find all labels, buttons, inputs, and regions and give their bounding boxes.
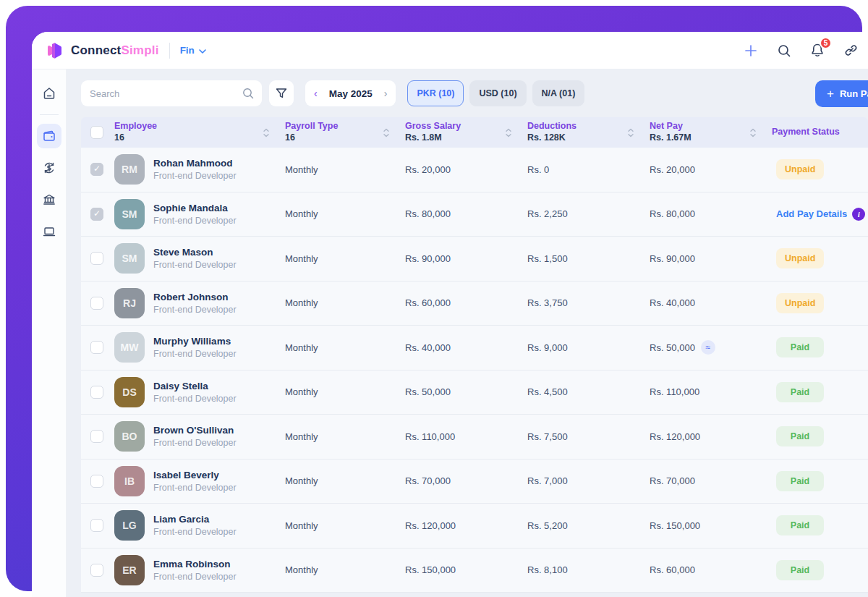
employee-name: Robert Johnson xyxy=(153,292,237,302)
row-checkbox[interactable] xyxy=(90,519,103,532)
employee-role: Front-end Developer xyxy=(153,305,237,315)
table-row[interactable]: SM Steve Mason Front-end Developer Month… xyxy=(81,237,868,281)
payroll-type-cell: Monthly xyxy=(285,342,405,353)
wallet-payroll-icon xyxy=(42,129,56,143)
table-row[interactable]: ER Emma Robinson Front-end Developer Mon… xyxy=(81,549,868,593)
table-row[interactable]: IB Isabel Beverly Front-end Developer Mo… xyxy=(81,460,868,504)
column-header-employee[interactable]: Employee16 xyxy=(114,121,285,143)
employee-role: Front-end Developer xyxy=(153,216,237,226)
sort-icon[interactable] xyxy=(263,128,269,137)
workspace-selector[interactable]: Fin xyxy=(180,45,206,56)
approximate-amount-icon[interactable]: ≈ xyxy=(701,340,715,355)
deductions-cell: Rs. 5,200 xyxy=(527,520,650,531)
net-pay-cell: Rs. 70,000 xyxy=(650,475,772,486)
employee-name: Daisy Stella xyxy=(153,381,237,391)
search-icon xyxy=(242,87,255,100)
gross-salary-cell: Rs. 50,000 xyxy=(405,386,527,397)
column-header-deductions[interactable]: DeductionsRs. 128K xyxy=(527,121,650,143)
next-month-button[interactable]: › xyxy=(384,88,388,98)
deductions-cell: Rs. 0 xyxy=(527,164,650,175)
column-header-net-pay[interactable]: Net PayRs. 1.67M xyxy=(650,121,772,143)
employee-name: Steve Mason xyxy=(153,247,237,258)
info-icon[interactable]: i xyxy=(852,208,865,221)
sidebar-item-home[interactable] xyxy=(37,81,61,106)
add-button[interactable] xyxy=(742,42,760,59)
row-checkbox[interactable] xyxy=(90,208,103,221)
payroll-type-cell: Monthly xyxy=(285,520,405,531)
employee-name: Liam Garcia xyxy=(153,514,237,525)
currency-tab-na[interactable]: N/A (01) xyxy=(532,80,585,106)
employee-role: Front-end Developer xyxy=(153,438,237,448)
sort-icon[interactable] xyxy=(506,128,511,137)
table-row[interactable]: RJ Robert Johnson Front-end Developer Mo… xyxy=(81,281,868,326)
currency-tab-pkr[interactable]: PKR (10) xyxy=(407,80,464,106)
link-icon[interactable] xyxy=(842,42,859,59)
employee-name: Isabel Beverly xyxy=(153,470,237,480)
row-checkbox[interactable] xyxy=(90,430,103,443)
deductions-cell: Rs. 3,750 xyxy=(527,297,650,308)
employee-cell: ER Emma Robinson Front-end Developer xyxy=(114,555,285,585)
employee-role: Front-end Developer xyxy=(153,349,237,359)
table-row[interactable]: BO Brown O'Sullivan Front-end Developer … xyxy=(81,415,868,460)
employee-cell: MW Murphy Williams Front-end Developer xyxy=(114,332,285,363)
sidebar-nav xyxy=(32,69,67,597)
currency-tab-usd[interactable]: USD (10) xyxy=(469,80,526,106)
net-pay-value: Rs. 60,000 xyxy=(650,564,695,575)
search-input[interactable] xyxy=(81,80,262,106)
add-pay-details-link[interactable]: Add Pay Detailsi xyxy=(776,208,868,221)
employee-cell: SM Steve Mason Front-end Developer xyxy=(114,243,285,274)
table-row[interactable]: MW Murphy Williams Front-end Developer M… xyxy=(81,326,868,371)
brand-logo[interactable]: ConnectSimpli xyxy=(45,41,159,61)
row-checkbox[interactable] xyxy=(90,475,103,488)
sidebar-item-laptop[interactable] xyxy=(37,219,61,244)
gross-salary-cell: Rs. 90,000 xyxy=(405,253,527,264)
status-badge: Unpaid xyxy=(776,248,824,268)
brand-name: ConnectSimpli xyxy=(71,43,159,58)
row-checkbox[interactable] xyxy=(90,252,103,265)
employee-name: Emma Robinson xyxy=(153,559,237,570)
select-all-checkbox[interactable] xyxy=(90,126,103,139)
sidebar-item-wallet-payroll[interactable] xyxy=(37,124,61,148)
row-checkbox[interactable] xyxy=(90,341,103,354)
search-icon[interactable] xyxy=(775,42,793,59)
payment-status-cell: Paid xyxy=(772,382,868,402)
filter-button[interactable] xyxy=(269,80,294,106)
avatar: BO xyxy=(114,421,145,452)
sort-icon[interactable] xyxy=(383,128,389,137)
sidebar-item-currency-exchange[interactable] xyxy=(37,156,61,180)
status-badge: Paid xyxy=(776,382,824,402)
status-badge: Paid xyxy=(776,471,824,491)
payroll-type-cell: Monthly xyxy=(285,208,405,219)
net-pay-cell: Rs. 150,000 xyxy=(650,520,772,531)
employee-role: Front-end Developer xyxy=(153,527,237,537)
table-body: RM Rohan Mahmood Front-end Developer Mon… xyxy=(81,148,868,593)
sidebar-item-bank[interactable] xyxy=(37,187,61,212)
net-pay-cell: Rs. 80,000 xyxy=(650,208,772,219)
row-checkbox[interactable] xyxy=(90,386,103,399)
row-checkbox[interactable] xyxy=(90,564,103,577)
table-row[interactable]: LG Liam Garcia Front-end Developer Month… xyxy=(81,504,868,549)
sort-icon[interactable] xyxy=(750,128,756,137)
run-payroll-button[interactable]: + Run Payroll xyxy=(815,80,868,107)
employee-cell: RJ Robert Johnson Front-end Developer xyxy=(114,288,285,318)
payroll-type-cell: Monthly xyxy=(285,164,405,175)
row-checkbox[interactable] xyxy=(90,163,103,176)
notifications-bell-icon[interactable]: 5 xyxy=(809,42,826,59)
table-row[interactable]: RM Rohan Mahmood Front-end Developer Mon… xyxy=(81,148,868,192)
row-checkbox[interactable] xyxy=(90,297,103,310)
gross-salary-cell: Rs. 80,000 xyxy=(405,208,527,219)
previous-month-button[interactable]: ‹ xyxy=(314,88,318,98)
payment-status-cell: Unpaid xyxy=(772,248,868,268)
table-row[interactable]: SM Sophie Mandala Front-end Developer Mo… xyxy=(81,192,868,237)
net-pay-cell: Rs. 90,000 xyxy=(650,253,772,264)
month-label: May 2025 xyxy=(329,88,373,99)
table-row[interactable]: DS Daisy Stella Front-end Developer Mont… xyxy=(81,371,868,415)
status-badge: Paid xyxy=(776,560,824,580)
sort-icon[interactable] xyxy=(628,128,634,137)
topbar-actions: 5 xyxy=(742,42,861,59)
avatar: LG xyxy=(114,510,145,541)
column-header-payroll-type[interactable]: Payroll Type16 xyxy=(285,121,405,143)
gross-salary-cell: Rs. 70,000 xyxy=(405,475,527,486)
column-header-gross-salary[interactable]: Gross SalaryRs. 1.8M xyxy=(405,121,527,143)
employee-role: Front-end Developer xyxy=(153,394,237,404)
